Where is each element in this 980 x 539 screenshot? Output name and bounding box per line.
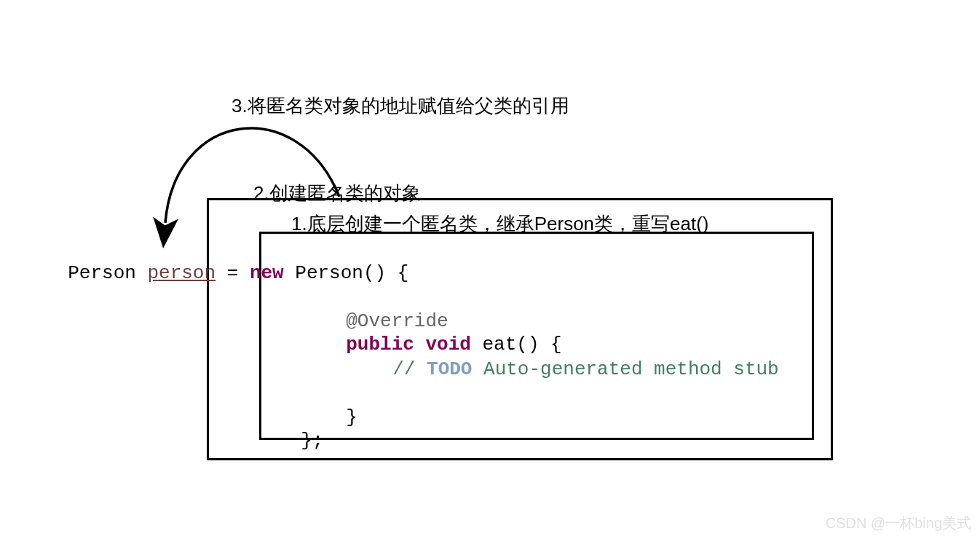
code-line-comment: // TODO Auto-generated method stub	[370, 337, 779, 380]
step3-label: 3.将匿名类对象的地址赋值给父类的引用	[232, 93, 569, 119]
code-line-1: Person person = new Person() {	[45, 240, 408, 284]
code-token-slash: //	[392, 358, 427, 380]
code-token-var: person	[147, 262, 216, 284]
code-line-close-method: }	[323, 385, 357, 428]
code-token-class: Person	[68, 262, 147, 284]
code-token-eq: =	[216, 262, 250, 284]
code-token-new: new	[250, 262, 284, 284]
code-token-todo: TODO	[427, 358, 472, 380]
code-line-close-class: };	[278, 408, 323, 452]
code-token-comment-rest: Auto-generated method stub	[472, 358, 778, 380]
code-token-ctor: Person() {	[284, 262, 409, 284]
code-token-close-brace-1: }	[346, 406, 357, 428]
watermark: CSDN @一杯bing美式	[826, 514, 971, 533]
code-token-close-brace-2: };	[301, 430, 323, 452]
